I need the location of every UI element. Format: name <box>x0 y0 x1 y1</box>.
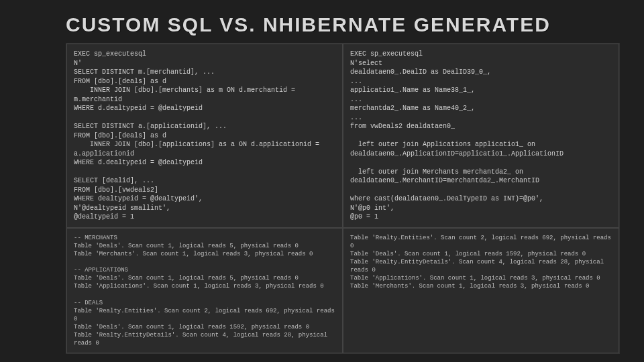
cell-nhibernate-stats: Table 'Realty.Entities'. Scan count 2, l… <box>343 228 619 354</box>
comparison-grid: EXEC sp_executesql N' SELECT DISTINCT m.… <box>66 43 620 354</box>
slide: CUSTOM SQL VS. NHIBERNATE GENERATED EXEC… <box>0 0 644 362</box>
slide-title: CUSTOM SQL VS. NHIBERNATE GENERATED <box>66 13 625 36</box>
cell-nhibernate-sql: EXEC sp_executesql N'select dealdataen0_… <box>343 44 619 228</box>
cell-custom-sql: EXEC sp_executesql N' SELECT DISTINCT m.… <box>66 44 343 228</box>
cell-custom-stats: -- MERCHANTS Table 'Deals'. Scan count 1… <box>66 228 343 354</box>
